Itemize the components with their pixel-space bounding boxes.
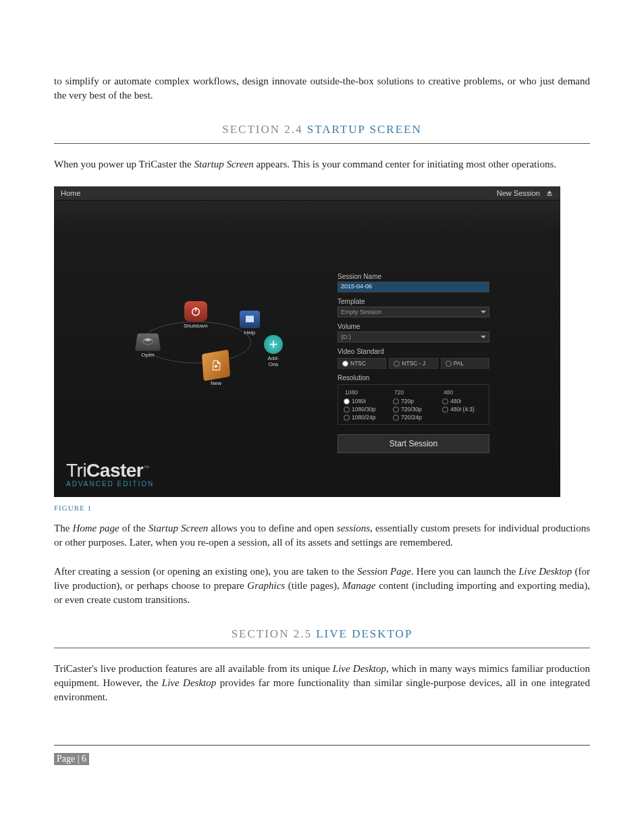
section-title: LIVE DESKTOP	[316, 627, 412, 640]
template-label: Template	[338, 298, 489, 305]
new-session-label: New Session	[497, 189, 540, 197]
ntscj-radio[interactable]: NTSC - J	[389, 358, 437, 369]
res-720-30p[interactable]: 720/30p	[390, 405, 437, 413]
pal-radio[interactable]: PAL	[441, 358, 489, 369]
svg-rect-0	[547, 194, 552, 196]
res-col-480-header: 480	[439, 388, 486, 397]
template-select[interactable]: Empty Session	[338, 307, 489, 317]
video-standard-label: Video Standard	[338, 348, 489, 355]
node-label: Help	[240, 330, 260, 336]
res-480i[interactable]: 480i	[439, 397, 486, 405]
plus-icon	[264, 335, 283, 354]
help-node[interactable]: Help	[240, 311, 260, 336]
resolution-label: Resolution	[338, 374, 489, 382]
new-session-icon	[202, 349, 230, 381]
node-label: Open	[136, 352, 159, 358]
figure-1-caption: FIGURE 1	[54, 504, 590, 512]
res-1080-24p[interactable]: 1080/24p	[341, 413, 387, 421]
power-icon	[184, 301, 207, 321]
node-label: New	[203, 380, 230, 386]
section-2-4-heading: SECTION 2.4 STARTUP SCREEN	[54, 123, 590, 139]
video-standard-group: NTSC NTSC - J PAL	[338, 358, 489, 369]
section-prefix: SECTION 2.5	[232, 627, 312, 640]
book-icon	[240, 311, 260, 328]
page-number: Page | 6	[54, 753, 89, 765]
section-prefix: SECTION 2.4	[222, 123, 302, 136]
open-node[interactable]: Open	[136, 332, 159, 358]
section-2-5-heading: SECTION 2.5 LIVE DESKTOP	[54, 627, 590, 644]
footer-rule	[54, 745, 590, 746]
res-720-24p[interactable]: 720/24p	[390, 413, 437, 421]
volume-label: Volume	[338, 323, 489, 330]
chevron-down-icon	[481, 336, 486, 338]
res-col-1080-header: 1080	[341, 388, 387, 397]
shutdown-node[interactable]: Shutdown	[184, 301, 208, 329]
ntsc-radio[interactable]: NTSC	[338, 358, 386, 369]
section-rule	[54, 143, 590, 144]
startup-screen-figure: Home New Session Shutdown Help	[54, 186, 560, 497]
section-rule	[54, 648, 590, 648]
section-2-4-intro: When you power up TriCaster the Startup …	[54, 157, 590, 172]
open-box-icon	[135, 334, 161, 351]
chevron-down-icon	[481, 311, 486, 313]
resolution-panel: 1080 1080i 1080/30p 1080/24p 720 720p 72…	[338, 384, 489, 425]
node-label: Shutdown	[184, 323, 208, 329]
res-1080i[interactable]: 1080i	[341, 397, 387, 405]
tricaster-logo: TriCaster™ ADVANCED EDITION	[66, 460, 154, 488]
addons-node[interactable]: Add-Ons	[263, 335, 284, 367]
live-desktop-desc: TriCaster's live production features are…	[54, 662, 590, 704]
res-480i-43[interactable]: 480i (4:3)	[439, 405, 486, 413]
res-1080-30p[interactable]: 1080/30p	[341, 405, 387, 413]
screenshot-topbar: Home New Session	[54, 186, 560, 201]
session-page-desc: After creating a session (or opening an …	[54, 565, 590, 607]
session-name-label: Session Name	[338, 273, 489, 280]
home-page-desc: The Home page of the Startup Screen allo…	[54, 521, 590, 550]
intro-continuation-text: to simplify or automate complex workflow…	[54, 74, 590, 103]
start-session-button[interactable]: Start Session	[338, 434, 489, 453]
session-name-input[interactable]: 2015-04-06	[338, 282, 489, 292]
home-link[interactable]: Home	[61, 189, 80, 197]
session-form: Session Name 2015-04-06 Template Empty S…	[338, 267, 489, 453]
new-node[interactable]: New	[203, 352, 230, 386]
node-label: Add-Ons	[263, 355, 284, 367]
eject-icon[interactable]	[545, 189, 554, 197]
volume-select[interactable]: (D:)	[338, 332, 489, 342]
section-title: STARTUP SCREEN	[307, 123, 422, 136]
launch-ring: Shutdown Help Add-Ons New	[108, 301, 284, 382]
res-720p[interactable]: 720p	[390, 397, 437, 405]
res-col-720-header: 720	[390, 388, 437, 397]
